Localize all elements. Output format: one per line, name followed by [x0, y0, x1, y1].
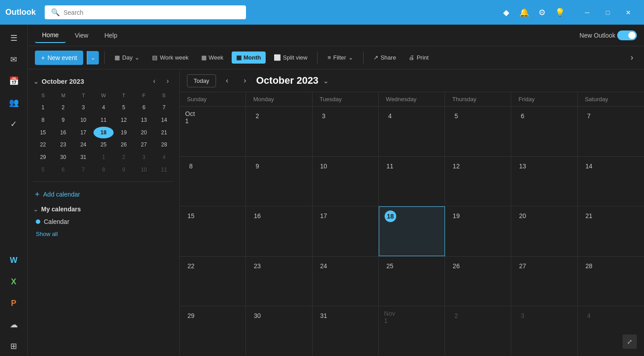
- month-day-cell[interactable]: 16: [246, 206, 312, 256]
- month-day-cell[interactable]: 28: [578, 257, 644, 306]
- mini-calendar-prev-btn[interactable]: ‹: [148, 75, 161, 87]
- mini-calendar-day[interactable]: 10: [134, 164, 154, 176]
- sidebar-item-powerpoint[interactable]: P: [4, 293, 24, 313]
- sidebar-item-tasks[interactable]: ✓: [4, 114, 24, 134]
- show-all-button[interactable]: Show all: [33, 229, 60, 239]
- mini-calendar-day[interactable]: 20: [134, 127, 154, 139]
- mini-calendar-day[interactable]: 2: [53, 102, 73, 114]
- mini-calendar-day[interactable]: 5: [33, 164, 53, 176]
- month-day-cell[interactable]: Nov 1: [379, 306, 445, 356]
- toolbar-filter-btn[interactable]: ≡ Filter ⌄: [323, 51, 357, 64]
- mini-calendar-day[interactable]: 8: [33, 114, 53, 126]
- today-button[interactable]: Today: [187, 74, 216, 87]
- sidebar-item-onedrive[interactable]: ☁: [4, 315, 24, 335]
- expand-button[interactable]: ⤢: [623, 335, 637, 349]
- toolbar-print-btn[interactable]: 🖨 Print: [404, 51, 433, 64]
- mini-calendar-day[interactable]: 8: [93, 164, 113, 176]
- month-day-cell[interactable]: 22: [180, 257, 246, 306]
- new-outlook-toggle[interactable]: [617, 30, 637, 40]
- month-day-cell[interactable]: 18: [379, 206, 445, 256]
- new-event-dropdown[interactable]: ⌄: [87, 51, 99, 64]
- month-day-cell[interactable]: 20: [511, 206, 577, 256]
- month-day-cell[interactable]: 11: [379, 157, 445, 206]
- maximize-button[interactable]: □: [597, 4, 618, 21]
- close-button[interactable]: ✕: [618, 4, 639, 21]
- mini-calendar-day[interactable]: 12: [114, 114, 134, 126]
- mini-calendar-day[interactable]: 25: [93, 139, 113, 151]
- mini-calendar-next-btn[interactable]: ›: [161, 75, 174, 87]
- mini-calendar-day[interactable]: 3: [73, 102, 93, 114]
- month-day-cell[interactable]: 2: [445, 306, 511, 356]
- settings-button[interactable]: ⚙: [534, 4, 550, 21]
- mini-calendar-day[interactable]: 7: [73, 164, 93, 176]
- search-bar[interactable]: 🔍: [45, 5, 246, 19]
- month-day-cell[interactable]: 29: [180, 306, 246, 356]
- nav-tab-home[interactable]: Home: [35, 28, 66, 43]
- my-calendars-header[interactable]: ⌄ My calendars: [33, 206, 174, 213]
- mini-calendar-day[interactable]: 9: [114, 164, 134, 176]
- mini-calendar-day[interactable]: 1: [93, 151, 113, 163]
- mini-calendar-day[interactable]: 24: [73, 139, 93, 151]
- month-day-cell[interactable]: 6: [511, 107, 577, 156]
- mini-calendar-day[interactable]: 1: [33, 102, 53, 114]
- month-day-cell[interactable]: 10: [313, 157, 379, 206]
- month-day-cell[interactable]: 19: [445, 206, 511, 256]
- month-day-cell[interactable]: 4: [379, 107, 445, 156]
- mini-calendar-day[interactable]: 28: [154, 139, 174, 151]
- calendar-month-dropdown[interactable]: ⌄: [323, 77, 329, 85]
- mini-calendar-day[interactable]: 18: [93, 127, 113, 139]
- sidebar-item-excel[interactable]: X: [4, 272, 24, 292]
- sidebar-item-calendar[interactable]: 📅: [4, 71, 24, 91]
- calendar-next-button[interactable]: ›: [238, 74, 252, 87]
- calendar-item-default[interactable]: Calendar: [33, 216, 174, 227]
- mini-calendar-day[interactable]: 6: [134, 102, 154, 114]
- mini-calendar-day[interactable]: 11: [154, 164, 174, 176]
- month-day-cell[interactable]: 12: [445, 157, 511, 206]
- toolbar-more-btn[interactable]: ›: [627, 51, 637, 64]
- month-day-cell[interactable]: 13: [511, 157, 577, 206]
- add-calendar-button[interactable]: + Add calendar: [33, 187, 174, 202]
- sidebar-item-word[interactable]: W: [4, 250, 24, 270]
- toolbar-workweek-btn[interactable]: ▤ Work week: [148, 51, 193, 64]
- notifications-button[interactable]: 🔔: [516, 4, 532, 21]
- mini-calendar-day[interactable]: 22: [33, 139, 53, 151]
- month-day-cell[interactable]: 15: [180, 206, 246, 256]
- mini-calendar-day[interactable]: 5: [114, 102, 134, 114]
- mini-calendar-collapse-btn[interactable]: ⌄: [33, 77, 39, 86]
- mini-calendar-day[interactable]: 29: [33, 151, 53, 163]
- mini-calendar-day[interactable]: 13: [134, 114, 154, 126]
- month-day-cell[interactable]: 7: [578, 107, 644, 156]
- month-day-cell[interactable]: 9: [246, 157, 312, 206]
- new-event-button[interactable]: + New event: [35, 51, 83, 65]
- mini-calendar-day[interactable]: 6: [53, 164, 73, 176]
- mini-calendar-day[interactable]: 15: [33, 127, 53, 139]
- mini-calendar-day[interactable]: 2: [114, 151, 134, 163]
- toolbar-share-btn[interactable]: ↗ Share: [369, 51, 401, 64]
- toolbar-month-btn[interactable]: ▦ Month: [232, 51, 266, 64]
- mini-calendar-day[interactable]: 23: [53, 139, 73, 151]
- nav-tab-help[interactable]: Help: [97, 28, 124, 43]
- mini-calendar-day[interactable]: 27: [134, 139, 154, 151]
- mini-calendar-day[interactable]: 14: [154, 114, 174, 126]
- mini-calendar-day[interactable]: 4: [154, 151, 174, 163]
- mini-calendar-day[interactable]: 31: [73, 151, 93, 163]
- mini-calendar-day[interactable]: 17: [73, 127, 93, 139]
- month-day-cell[interactable]: 27: [511, 257, 577, 306]
- minimize-button[interactable]: ─: [577, 4, 597, 21]
- mini-calendar-day[interactable]: 11: [93, 114, 113, 126]
- month-day-cell[interactable]: 2: [246, 107, 312, 156]
- month-day-cell[interactable]: 26: [445, 257, 511, 306]
- month-day-cell[interactable]: 24: [313, 257, 379, 306]
- month-day-cell[interactable]: Oct 1: [180, 107, 246, 156]
- month-day-cell[interactable]: 8: [180, 157, 246, 206]
- month-day-cell[interactable]: 31: [313, 306, 379, 356]
- month-day-cell[interactable]: 25: [379, 257, 445, 306]
- mini-calendar-day[interactable]: 30: [53, 151, 73, 163]
- month-day-cell[interactable]: 3: [313, 107, 379, 156]
- toolbar-week-btn[interactable]: ▦ Week: [197, 51, 228, 64]
- mini-calendar-day[interactable]: 21: [154, 127, 174, 139]
- mini-calendar-day[interactable]: 7: [154, 102, 174, 114]
- month-day-cell[interactable]: 14: [578, 157, 644, 206]
- sidebar-item-apps[interactable]: ⊞: [4, 336, 24, 356]
- mini-calendar-day[interactable]: 10: [73, 114, 93, 126]
